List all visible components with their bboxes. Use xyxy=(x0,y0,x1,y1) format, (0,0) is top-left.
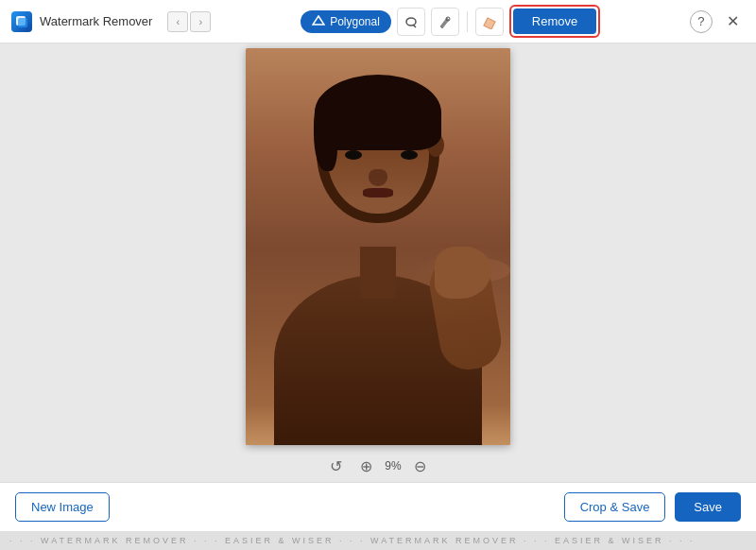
titlebar-left: Watermark Remover ‹ › xyxy=(11,11,211,32)
bottom-left-actions: New Image xyxy=(15,492,110,522)
svg-line-4 xyxy=(413,25,416,27)
eye-right xyxy=(401,150,418,160)
zoom-in-button[interactable]: ⊕ xyxy=(354,455,377,477)
strip-text: · · · WATERMARK REMOVER · · · EASIER & W… xyxy=(9,536,696,545)
svg-marker-2 xyxy=(313,16,324,25)
nav-forward-button[interactable]: › xyxy=(190,11,211,32)
rotate-button[interactable]: ↺ xyxy=(324,455,347,477)
eye-left xyxy=(345,150,362,160)
close-button[interactable]: ✕ xyxy=(722,10,745,33)
save-button[interactable]: Save xyxy=(675,492,741,522)
nav-back-button[interactable]: ‹ xyxy=(167,11,188,32)
svg-marker-6 xyxy=(484,18,495,29)
neck-shape xyxy=(360,247,396,299)
bottom-strip: · · · WATERMARK REMOVER · · · EASIER & W… xyxy=(0,531,756,550)
remove-button[interactable]: Remove xyxy=(513,9,596,34)
nose-shadow xyxy=(369,169,387,186)
main-area: ↺ ⊕ 9% ⊖ xyxy=(0,43,756,482)
polygonal-tool-button[interactable]: Polygonal xyxy=(301,10,391,33)
crop-save-button[interactable]: Crop & Save xyxy=(564,492,666,522)
titlebar-right: ? ✕ xyxy=(690,10,745,33)
eraser-tool-button[interactable] xyxy=(475,8,504,36)
bottom-bar: New Image Crop & Save Save xyxy=(0,482,756,531)
titlebar: Watermark Remover ‹ › Polygonal xyxy=(0,0,756,43)
zoom-out-button[interactable]: ⊖ xyxy=(409,455,432,477)
toolbar-separator xyxy=(467,11,468,32)
svg-point-3 xyxy=(406,18,416,26)
toolbar-center: Polygonal Remove xyxy=(301,5,600,38)
app-title: Watermark Remover xyxy=(40,14,152,28)
zoom-level: 9% xyxy=(385,459,401,473)
zoom-controls: ↺ ⊕ 9% ⊖ xyxy=(324,455,431,477)
bottom-right-actions: Crop & Save Save xyxy=(564,492,741,522)
portrait-art xyxy=(246,48,510,445)
app-icon xyxy=(11,11,32,32)
svg-rect-1 xyxy=(18,18,27,27)
remove-button-wrapper: Remove xyxy=(509,5,600,38)
brush-tool-button[interactable] xyxy=(431,8,459,36)
photo-canvas[interactable] xyxy=(246,48,510,445)
lips xyxy=(363,188,393,198)
hair-side-left xyxy=(314,95,337,171)
new-image-button[interactable]: New Image xyxy=(15,492,110,522)
lasso-tool-button[interactable] xyxy=(397,8,425,36)
nav-arrows: ‹ › xyxy=(167,11,211,32)
help-button[interactable]: ? xyxy=(690,10,713,33)
image-container xyxy=(246,48,510,445)
polygonal-label: Polygonal xyxy=(330,15,380,28)
